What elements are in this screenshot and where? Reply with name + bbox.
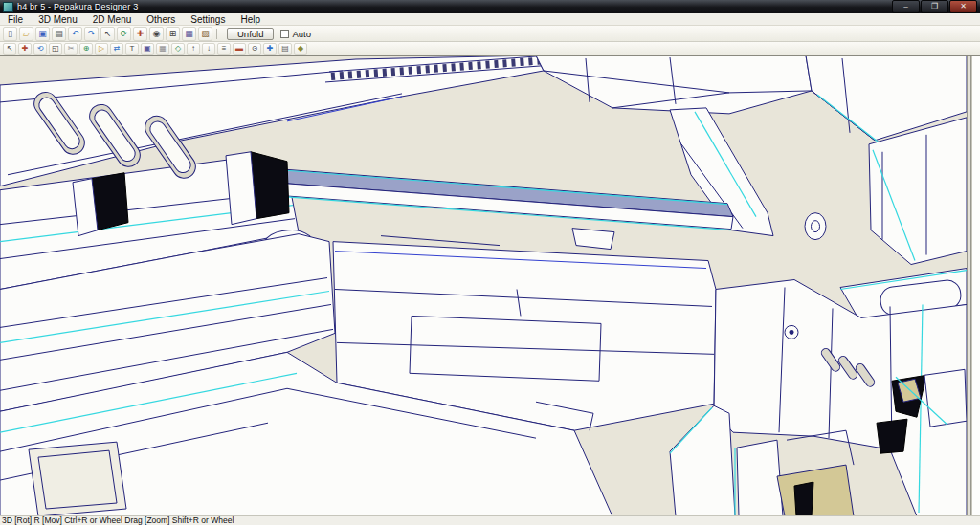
menu-item-help[interactable]: Help [233, 13, 268, 26]
model-wireframe [0, 56, 967, 515]
print-preview-icon[interactable]: ▤ [278, 43, 292, 55]
rotate-part-icon[interactable]: ⟲ [33, 43, 47, 55]
add-image-icon[interactable]: ▣ [141, 43, 154, 55]
texture-toggle-icon[interactable]: ▨ [198, 27, 212, 41]
title-bar: h4 br 5 - Pepakura Designer 3 – ❐ ✕ [0, 0, 980, 13]
toolbar-2d-edit: ↖✚⟲◱✂⊕▷⇄T▣▦◇↑↓≡▬⊙✚▤◆ [0, 42, 980, 55]
menu-item-3d-menu[interactable]: 3D Menu [31, 13, 85, 26]
toolbar-separator [216, 29, 217, 39]
edit-select-icon[interactable]: ↖ [3, 43, 16, 55]
auto-checkbox-label: Auto [292, 29, 311, 39]
pan-view-icon[interactable]: ✚ [133, 27, 147, 41]
auto-unfold-option: Auto [280, 29, 311, 39]
status-hint-text: 3D [Rot] R [Mov] Ctrl+R or Wheel Drag [Z… [2, 515, 234, 525]
toolbar-main-icons: ▯▱▣▤↶↷↖⟳✚◉⊞▦▨ [2, 27, 213, 41]
menu-item-file[interactable]: File [0, 13, 31, 26]
app-icon [3, 2, 13, 12]
save-icon[interactable]: ▣ [35, 27, 50, 41]
fit-view-icon[interactable]: ⊞ [166, 27, 180, 41]
select-mode-icon[interactable]: ↖ [100, 27, 115, 41]
edge-color-icon[interactable]: ▬ [233, 43, 246, 55]
window-controls: – ❐ ✕ [891, 0, 977, 13]
print-icon[interactable]: ▤ [52, 27, 66, 41]
toolbar-2d-icons: ↖✚⟲◱✂⊕▷⇄T▣▦◇↑↓≡▬⊙✚▤◆ [2, 43, 308, 55]
bring-front-icon[interactable]: ↑ [187, 43, 200, 55]
lock-part-icon[interactable]: ◆ [294, 43, 307, 55]
maximize-button[interactable]: ❐ [921, 0, 948, 13]
new-file-icon[interactable]: ▯ [3, 27, 17, 41]
flap-edit-icon[interactable]: ▷ [95, 43, 108, 55]
zoom-view-icon[interactable]: ◉ [149, 27, 164, 41]
2d-pane-edge [971, 56, 980, 515]
auto-checkbox[interactable] [280, 30, 289, 38]
snap-toggle-icon[interactable]: ◇ [171, 43, 185, 55]
window-title: h4 br 5 - Pepakura Designer 3 [17, 2, 138, 11]
close-button[interactable]: ✕ [949, 0, 977, 13]
menu-item-others[interactable]: Others [139, 13, 183, 26]
menu-item-settings[interactable]: Settings [183, 13, 233, 26]
zoom-2d-icon[interactable]: ⊙ [248, 43, 261, 55]
undo-icon[interactable]: ↶ [68, 27, 82, 41]
menu-item-2d-menu[interactable]: 2D Menu [85, 13, 140, 26]
move-part-icon[interactable]: ✚ [18, 43, 32, 55]
flap-flip-icon[interactable]: ⇄ [110, 43, 123, 55]
join-edge-icon[interactable]: ⊕ [79, 43, 93, 55]
grid-toggle-icon[interactable]: ▦ [156, 43, 169, 55]
wireframe-toggle-icon[interactable]: ▦ [182, 27, 196, 41]
align-parts-icon[interactable]: ≡ [217, 43, 231, 55]
status-bar: 3D [Rot] R [Mov] Ctrl+R or Wheel Drag [Z… [0, 515, 980, 525]
send-back-icon[interactable]: ↓ [202, 43, 215, 55]
divide-edge-icon[interactable]: ✂ [64, 43, 78, 55]
menu-bar: File3D Menu2D MenuOthersSettingsHelp [0, 13, 980, 26]
work-area [0, 55, 980, 515]
pan-2d-icon[interactable]: ✚ [263, 43, 277, 55]
add-text-icon[interactable]: T [125, 43, 139, 55]
minimize-button[interactable]: – [892, 0, 920, 13]
3d-viewport[interactable] [0, 56, 967, 515]
unfold-button[interactable]: Unfold [227, 28, 274, 40]
open-folder-icon[interactable]: ▱ [19, 27, 33, 41]
redo-icon[interactable]: ↷ [84, 27, 99, 41]
scale-part-icon[interactable]: ◱ [49, 43, 62, 55]
toolbar-main: ▯▱▣▤↶↷↖⟳✚◉⊞▦▨ Unfold Auto [0, 26, 980, 42]
rotate-view-icon[interactable]: ⟳ [117, 27, 131, 41]
